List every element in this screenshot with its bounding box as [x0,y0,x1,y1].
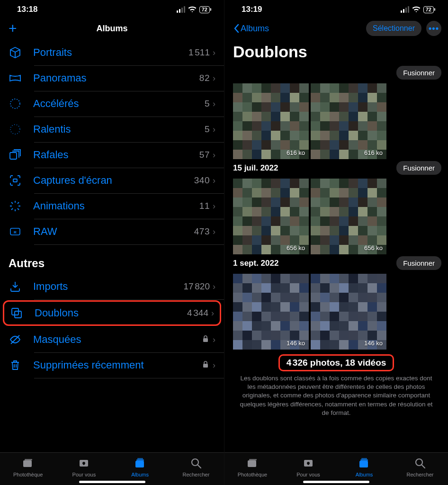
tab-label: Albums [131,472,149,477]
home-indicator[interactable] [303,481,369,483]
album-row-import[interactable]: Imports 17 820 › [0,274,224,299]
svg-rect-11 [23,460,32,467]
tab-library[interactable]: Photothèque [224,457,280,477]
tab-label: Photothèque [13,472,43,477]
timelapse-icon [9,97,26,110]
row-label: Accélérés [33,98,205,110]
home-indicator[interactable] [79,481,145,483]
panorama-icon [9,72,26,85]
row-count: 82 [199,73,210,83]
tab-search[interactable]: Rechercher [168,457,224,477]
album-row-raw[interactable]: R RAW 473 › [0,219,224,244]
file-size-label: 656 ko [287,244,305,251]
file-size-label: 656 ko [364,244,383,251]
photo-thumbnail[interactable]: 656 ko [311,179,386,254]
nav-bar: + Albums [0,17,224,40]
summary-description: Les doublons sont classés à la fois comm… [236,374,437,417]
svg-rect-9 [203,338,208,342]
row-label: Imports [33,280,184,293]
lock-icon [202,360,209,370]
tab-search[interactable]: Rechercher [392,457,448,477]
search-icon [414,457,426,470]
select-button[interactable]: Sélectionner [366,21,421,36]
chevron-right-icon: › [213,227,215,237]
row-label: Animations [33,200,199,212]
row-count: 1 511 [188,47,210,58]
ellipsis-icon: ••• [429,24,439,34]
album-row-timelapse[interactable]: Accélérés 5 › [0,91,224,117]
duplicate-group-header: Fusionner [233,66,448,83]
file-size-label: 616 ko [287,149,305,156]
tab-library[interactable]: Photothèque [0,457,56,477]
album-row-cube[interactable]: Portraits 1 511 › [0,40,224,65]
svg-point-0 [10,99,20,108]
duplicates-list[interactable]: Fusionner 616 ko616 ko 15 juil. 2022 Fus… [224,66,448,452]
merge-button[interactable]: Fusionner [396,161,441,175]
albums-icon [134,457,146,470]
album-row-slowmo[interactable]: Ralentis 5 › [0,117,224,142]
album-row-duplicate[interactable]: Doublons 4 344 › [3,300,221,326]
svg-rect-12 [25,459,32,460]
tab-label: Rechercher [182,472,209,477]
trash-icon [9,359,26,372]
svg-rect-14 [135,461,144,467]
album-row-animations[interactable]: Animations 11 › [0,193,224,219]
tab-label: Rechercher [407,472,434,477]
row-label: Captures d'écran [33,174,194,187]
albums-list[interactable]: Portraits 1 511 › Panoramas 82 › Accélér… [0,40,224,452]
svg-rect-10 [203,364,208,368]
foryou-icon [302,457,314,470]
chevron-right-icon: › [213,201,215,211]
album-row-trash[interactable]: Supprimées récemment › [0,352,224,378]
svg-rect-3 [13,179,17,182]
tab-albums[interactable]: Albums [112,457,168,477]
row-count: 4 344 [187,308,208,318]
photo-thumbnail[interactable]: 146 ko [311,274,386,350]
library-icon [22,457,34,470]
more-button[interactable]: ••• [426,21,441,36]
wifi-icon [188,6,197,13]
raw-icon: R [9,225,26,238]
row-label: Masquées [33,333,202,346]
tab-albums[interactable]: Albums [336,457,392,477]
photo-thumbnail[interactable]: 656 ko [233,179,309,254]
svg-rect-2 [10,153,17,159]
photo-thumbnail[interactable]: 616 ko [233,83,309,159]
merge-button[interactable]: Fusionner [396,66,441,80]
svg-point-1 [10,125,20,134]
albums-icon [358,457,370,470]
burst-icon [9,148,26,162]
tab-foryou[interactable]: Pour vous [56,457,112,477]
row-count: 57 [199,150,210,160]
chevron-right-icon: › [213,48,215,58]
cube-icon [9,46,26,59]
thumbnail-row: 616 ko616 ko [233,83,448,159]
thumbnail-row: 656 ko656 ko [233,179,448,254]
summary-footer: 4 326 photos, 18 vidéos Les doublons son… [224,350,448,421]
duplicate-group: 1 sept. 2022 Fusionner 146 ko146 ko [224,254,448,350]
tab-foryou[interactable]: Pour vous [280,457,336,477]
add-button[interactable]: + [9,21,17,36]
svg-line-18 [198,465,201,468]
row-count: 340 [194,175,210,186]
search-icon [190,457,202,470]
back-button[interactable]: Albums [233,24,269,34]
album-row-burst[interactable]: Rafales 57 › [0,142,224,168]
album-row-screenshot[interactable]: Captures d'écran 340 › [0,168,224,193]
lock-icon [202,335,209,344]
album-row-panorama[interactable]: Panoramas 82 › [0,65,224,91]
svg-rect-15 [136,459,144,461]
row-label: Rafales [33,149,199,161]
duplicate-group-header: 1 sept. 2022 Fusionner [233,254,448,274]
file-size-label: 146 ko [287,340,305,347]
section-header-autres: Autres [0,244,224,274]
photo-thumbnail[interactable]: 146 ko [233,274,309,350]
group-date: 15 juil. 2022 [233,163,278,173]
photo-thumbnail[interactable]: 616 ko [311,83,386,159]
album-row-hidden[interactable]: Masquées › [0,327,224,352]
merge-button[interactable]: Fusionner [396,256,441,270]
chevron-right-icon: › [213,335,215,345]
svg-point-25 [416,459,422,466]
left-phone-screen: 13:18 72 + Albums Portraits 1 511 › Pano… [0,0,224,485]
file-size-label: 616 ko [364,149,383,156]
